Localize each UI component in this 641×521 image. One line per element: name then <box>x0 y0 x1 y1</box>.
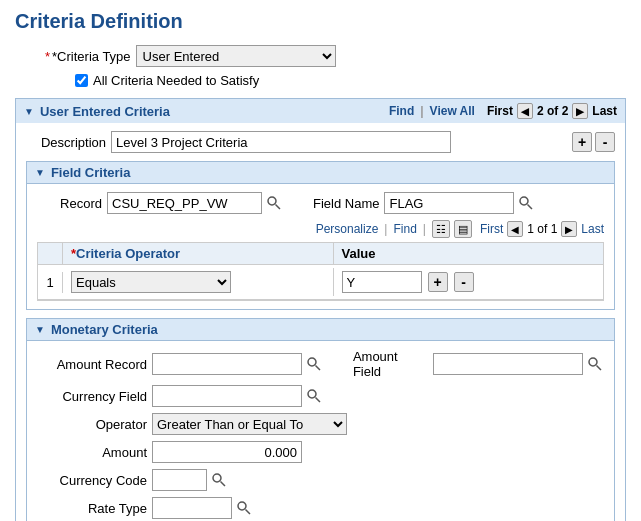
rate-type-search-icon[interactable] <box>235 499 253 517</box>
description-label: Description <box>26 135 106 150</box>
amount-field-input[interactable] <box>433 353 583 375</box>
add-row-btn[interactable]: + <box>572 132 592 152</box>
amount-label: Amount <box>37 445 147 460</box>
satisfy-checkbox[interactable] <box>75 74 88 87</box>
inner-next-btn[interactable]: ▶ <box>561 221 577 237</box>
currency-field-search-icon[interactable] <box>305 387 323 405</box>
satisfy-label: All Criteria Needed to Satisfy <box>93 73 259 88</box>
record-search-icon[interactable] <box>265 194 283 212</box>
header-left: ▼ User Entered Criteria <box>24 104 170 119</box>
amount-record-search-icon[interactable] <box>305 355 323 373</box>
criteria-type-row: * *Criteria Type User Entered <box>15 45 626 67</box>
currency-code-label: Currency Code <box>37 473 147 488</box>
inner-first-link[interactable]: First <box>480 222 503 236</box>
rate-type-row: Rate Type <box>37 497 604 519</box>
value-input[interactable] <box>342 271 422 293</box>
operator-label: Operator <box>37 417 147 432</box>
svg-line-1 <box>276 205 281 210</box>
amount-record-input[interactable] <box>152 353 302 375</box>
find-link[interactable]: Find <box>389 104 414 118</box>
inner-nav-count: 1 of 1 <box>527 222 557 236</box>
currency-field-row: Currency Field <box>37 385 604 407</box>
field-name-label: Field Name <box>313 196 379 211</box>
svg-line-9 <box>316 398 321 403</box>
currency-code-row: Currency Code <box>37 469 604 491</box>
svg-line-13 <box>246 510 251 515</box>
field-criteria-subsection: ▼ Field Criteria Record Field Name <box>26 161 615 310</box>
required-star: * <box>45 49 50 64</box>
inner-nav-row: Personalize | Find | ☷ ▤ First ◀ 1 of 1 … <box>37 220 604 238</box>
amount-input[interactable] <box>152 441 302 463</box>
grid-view-btn[interactable]: ☷ <box>432 220 450 238</box>
svg-line-7 <box>597 366 602 371</box>
monetary-criteria-title: Monetary Criteria <box>51 322 158 337</box>
description-input[interactable] <box>111 131 451 153</box>
monetary-collapse-icon[interactable]: ▼ <box>35 324 45 335</box>
amount-record-row: Amount Record Amount Field <box>37 349 604 379</box>
last-link-label[interactable]: Last <box>592 104 617 118</box>
table-header-row: *Criteria Operator Value <box>38 243 603 265</box>
monetary-criteria-body: Amount Record Amount Field <box>27 341 614 521</box>
svg-point-10 <box>213 474 221 482</box>
operator-select[interactable]: Equals Not Equal Less Than Greater Than … <box>152 413 347 435</box>
add-remove-btns: + - <box>572 132 615 152</box>
remove-row-btn[interactable]: - <box>595 132 615 152</box>
svg-point-8 <box>308 390 316 398</box>
svg-line-11 <box>221 482 226 487</box>
user-entered-nav: Find | View All First ◀ 2 of 2 ▶ Last <box>389 103 617 119</box>
criteria-type-label: *Criteria Type <box>52 49 131 64</box>
collapse-icon[interactable]: ▼ <box>24 106 34 117</box>
criteria-type-select[interactable]: User Entered <box>136 45 336 67</box>
monetary-criteria-header: ▼ Monetary Criteria <box>27 319 614 341</box>
personalize-link[interactable]: Personalize <box>316 222 379 236</box>
user-entered-body: Description + - ▼ Field Criteria Record <box>15 123 626 521</box>
first-link-label[interactable]: First <box>487 104 513 118</box>
page-title: Criteria Definition <box>15 10 626 33</box>
description-row-wrapper: Description + - <box>26 131 615 153</box>
row-num: 1 <box>38 272 63 293</box>
operator-row: Operator Equals Not Equal Less Than Grea… <box>37 413 604 435</box>
monetary-criteria-subsection: ▼ Monetary Criteria Amount Record Amo <box>26 318 615 521</box>
amount-record-label: Amount Record <box>37 357 147 372</box>
page-container: Criteria Definition * *Criteria Type Use… <box>0 0 641 521</box>
inner-prev-btn[interactable]: ◀ <box>507 221 523 237</box>
th-num <box>38 243 63 264</box>
currency-field-input[interactable] <box>152 385 302 407</box>
amount-field-search-icon[interactable] <box>586 355 604 373</box>
inner-find-link[interactable]: Find <box>393 222 416 236</box>
chart-btn[interactable]: ▤ <box>454 220 472 238</box>
field-name-search-icon[interactable] <box>517 194 535 212</box>
currency-code-search-icon[interactable] <box>210 471 228 489</box>
req-star: * <box>71 246 76 261</box>
svg-line-5 <box>315 366 320 371</box>
view-all-link[interactable]: View All <box>430 104 475 118</box>
currency-field-label: Currency Field <box>37 389 147 404</box>
nav-count: 2 of 2 <box>537 104 568 118</box>
field-name-input[interactable] <box>384 192 514 214</box>
field-criteria-title: Field Criteria <box>51 165 130 180</box>
field-collapse-icon[interactable]: ▼ <box>35 167 45 178</box>
next-btn[interactable]: ▶ <box>572 103 588 119</box>
criteria-operator-select[interactable]: Equals Not Equal Less Than Greater Than … <box>71 271 231 293</box>
svg-point-0 <box>268 197 276 205</box>
user-entered-section-header: ▼ User Entered Criteria Find | View All … <box>15 98 626 123</box>
td-criteria: Equals Not Equal Less Than Greater Than … <box>63 268 334 296</box>
currency-code-input[interactable] <box>152 469 207 491</box>
add-criteria-row-btn[interactable]: + <box>428 272 448 292</box>
amount-field-group: Amount Field <box>353 349 604 379</box>
record-input[interactable] <box>107 192 262 214</box>
inner-last-link[interactable]: Last <box>581 222 604 236</box>
prev-btn[interactable]: ◀ <box>517 103 533 119</box>
satisfy-row: All Criteria Needed to Satisfy <box>15 73 626 88</box>
rate-type-input[interactable] <box>152 497 232 519</box>
amount-field-label: Amount Field <box>353 349 428 379</box>
record-label: Record <box>37 196 102 211</box>
remove-criteria-row-btn[interactable]: - <box>454 272 474 292</box>
svg-point-4 <box>308 358 316 366</box>
record-field-row: Record Field Name <box>37 192 604 214</box>
field-criteria-body: Record Field Name <box>27 184 614 309</box>
svg-point-6 <box>589 358 597 366</box>
field-name-group: Field Name <box>313 192 535 214</box>
user-entered-title: User Entered Criteria <box>40 104 170 119</box>
td-value: + - <box>334 268 604 296</box>
